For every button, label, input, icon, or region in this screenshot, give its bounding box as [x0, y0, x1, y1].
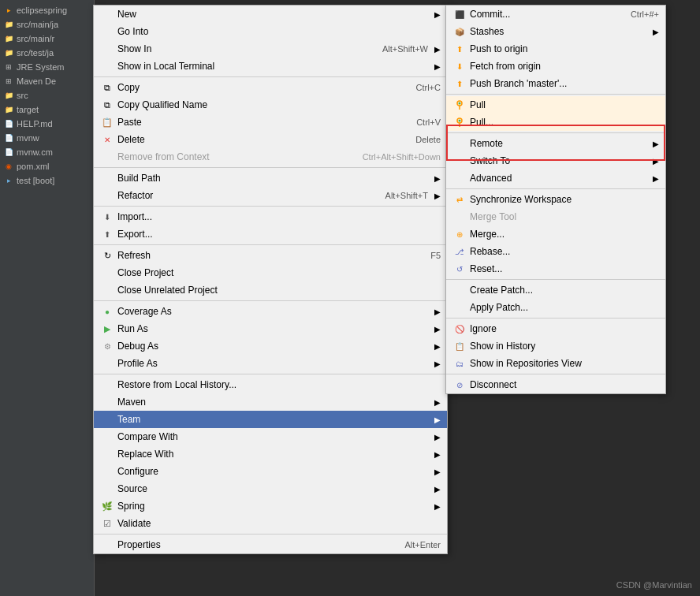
menu-item-close-project[interactable]: Close Project — [94, 264, 447, 281]
show-history-icon: 📋 — [452, 340, 467, 352]
menu-item-paste[interactable]: 📋 Paste Ctrl+V — [94, 114, 447, 131]
submenu-item-reset[interactable]: ↺ Reset... — [446, 260, 665, 278]
tree-item[interactable]: 📄 HELP.md — [0, 117, 94, 131]
folder-icon: 📁 — [3, 104, 14, 115]
separator — [446, 94, 665, 95]
menu-item-validate[interactable]: ☑ Validate — [94, 515, 447, 532]
menu-item-source[interactable]: Source ▶ — [94, 480, 447, 497]
submenu-item-show-repos[interactable]: 🗂 Show in Repositories View — [446, 355, 665, 372]
menu-item-compare-with[interactable]: Compare With ▶ — [94, 428, 447, 445]
submenu-item-create-patch[interactable]: Create Patch... — [446, 281, 665, 299]
tree-item[interactable]: 📄 mvnw — [0, 131, 94, 145]
separator — [446, 318, 665, 318]
remote-icon — [452, 137, 467, 150]
menu-item-restore-history[interactable]: Restore from Local History... — [94, 376, 447, 393]
paste-icon: 📋 — [100, 116, 114, 129]
separator — [94, 300, 447, 301]
submenu-item-push-origin[interactable]: ⬆ Push to origin — [446, 40, 665, 58]
submenu-item-disconnect[interactable]: ⊘ Disconnect — [446, 376, 665, 393]
menu-item-coverage-as[interactable]: ● Coverage As ▶ — [94, 303, 447, 320]
tree-item[interactable]: 📁 src/test/ja — [0, 46, 94, 60]
tree-item[interactable]: ◉ pom.xml — [0, 159, 94, 173]
project-icon: ▸ — [3, 5, 14, 16]
menu-item-properties[interactable]: Properties Alt+Enter — [94, 536, 447, 553]
show-repos-icon: 🗂 — [452, 357, 467, 370]
submenu-item-ignore[interactable]: 🚫 Ignore — [446, 320, 665, 337]
spring-icon: 🌿 — [100, 500, 114, 512]
menu-item-delete[interactable]: ✕ Delete Delete — [94, 131, 447, 148]
submenu-item-stashes[interactable]: 📦 Stashes ▶ — [446, 23, 665, 40]
history-icon — [100, 378, 114, 391]
tree-item[interactable]: 📄 mvnw.cm — [0, 145, 94, 159]
close-unrelated-icon — [100, 284, 114, 296]
terminal-icon — [100, 60, 114, 73]
separator — [94, 374, 447, 374]
menu-item-copy-qualified[interactable]: ⧉ Copy Qualified Name — [94, 96, 447, 114]
menu-item-configure[interactable]: Configure ▶ — [94, 463, 447, 480]
menu-item-maven[interactable]: Maven ▶ — [94, 393, 447, 411]
submenu-item-merge-tool[interactable]: Merge Tool — [446, 208, 665, 225]
submenu-item-remote[interactable]: Remote ▶ — [446, 135, 665, 152]
create-patch-icon — [452, 284, 467, 296]
menu-item-run-as[interactable]: ▶ Run As ▶ — [94, 320, 447, 337]
tree-item[interactable]: 📁 src/main/r — [0, 32, 94, 46]
submenu-item-pull-ellipsis[interactable]: Pull... — [446, 114, 665, 131]
submenu-item-commit[interactable]: ⬛ Commit... Ctrl+#+ — [446, 6, 665, 23]
separator — [94, 76, 447, 77]
menu-item-debug-as[interactable]: ⚙ Debug As ▶ — [94, 337, 447, 355]
file-icon: 📄 — [3, 147, 14, 158]
tree-item[interactable]: ⊞ Maven De — [0, 74, 94, 88]
menu-item-refactor[interactable]: Refactor Alt+Shift+T ▶ — [94, 187, 447, 204]
export-icon: ⬆ — [100, 228, 114, 240]
properties-icon — [100, 538, 114, 551]
menu-item-replace-with[interactable]: Replace With ▶ — [94, 445, 447, 463]
tree-item[interactable]: ▸ eclipsespring — [0, 3, 94, 17]
close-project-icon — [100, 266, 114, 279]
folder-icon: 📁 — [3, 33, 14, 44]
tree-item[interactable]: 📁 src — [0, 88, 94, 102]
copy-qualified-icon: ⧉ — [100, 99, 114, 111]
menu-item-new[interactable]: New ▶ — [94, 6, 447, 23]
menu-item-team[interactable]: Team ▶ — [94, 411, 447, 428]
tree-item[interactable]: ▸ test [boot] — [0, 173, 94, 188]
menu-item-remove-context[interactable]: Remove from Context Ctrl+Alt+Shift+Down — [94, 148, 447, 166]
submenu-item-sync[interactable]: ⇄ Synchronize Workspace — [446, 191, 665, 208]
tree-item[interactable]: 📁 src/main/ja — [0, 17, 94, 32]
submenu-item-fetch[interactable]: ⬇ Fetch from origin — [446, 58, 665, 75]
menu-item-import[interactable]: ⬇ Import... — [94, 208, 447, 225]
folder-icon: 📁 — [3, 90, 14, 101]
submenu-item-pull[interactable]: Pull — [446, 96, 665, 114]
commit-icon: ⬛ — [452, 8, 467, 20]
menu-item-show-local-terminal[interactable]: Show in Local Terminal ▶ — [94, 58, 447, 75]
menu-item-copy[interactable]: ⧉ Copy Ctrl+C — [94, 79, 447, 96]
separator — [94, 534, 447, 535]
submenu-item-apply-patch[interactable]: Apply Patch... — [446, 299, 665, 316]
menu-item-spring[interactable]: 🌿 Spring ▶ — [94, 497, 447, 515]
submenu-item-rebase[interactable]: ⎇ Rebase... — [446, 243, 665, 260]
pull-icon — [452, 99, 467, 111]
menu-item-profile-as[interactable]: Profile As ▶ — [94, 355, 447, 372]
submenu-item-switch-to[interactable]: Switch To ▶ — [446, 152, 665, 169]
push-icon: ⬆ — [452, 43, 467, 55]
configure-icon — [100, 465, 114, 478]
project-icon: ▸ — [3, 175, 14, 186]
menu-item-go-into[interactable]: Go Into — [94, 23, 447, 40]
submenu-item-show-history[interactable]: 📋 Show in History — [446, 337, 665, 355]
menu-item-close-unrelated[interactable]: Close Unrelated Project — [94, 281, 447, 299]
submenu-item-merge[interactable]: ⊕ Merge... — [446, 225, 665, 243]
tree-item[interactable]: 📁 target — [0, 102, 94, 117]
svg-point-4 — [459, 120, 461, 122]
disconnect-icon: ⊘ — [452, 378, 467, 391]
debug-icon: ⚙ — [100, 340, 114, 352]
pull-ellipsis-icon — [452, 116, 467, 129]
menu-item-build-path[interactable]: Build Path ▶ — [94, 169, 447, 187]
menu-item-refresh[interactable]: ↻ Refresh F5 — [94, 247, 447, 264]
tree-item[interactable]: ⊞ JRE System — [0, 60, 94, 74]
separator — [94, 206, 447, 207]
reset-icon: ↺ — [452, 263, 467, 275]
submenu-item-push-branch[interactable]: ⬆ Push Branch 'master'... — [446, 75, 665, 92]
menu-item-show-in[interactable]: Show In Alt+Shift+W ▶ — [94, 40, 447, 58]
menu-item-export[interactable]: ⬆ Export... — [94, 225, 447, 243]
submenu-item-advanced[interactable]: Advanced ▶ — [446, 169, 665, 187]
context-menu: New ▶ Go Into Show In Alt+Shift+W ▶ Show… — [93, 5, 448, 554]
